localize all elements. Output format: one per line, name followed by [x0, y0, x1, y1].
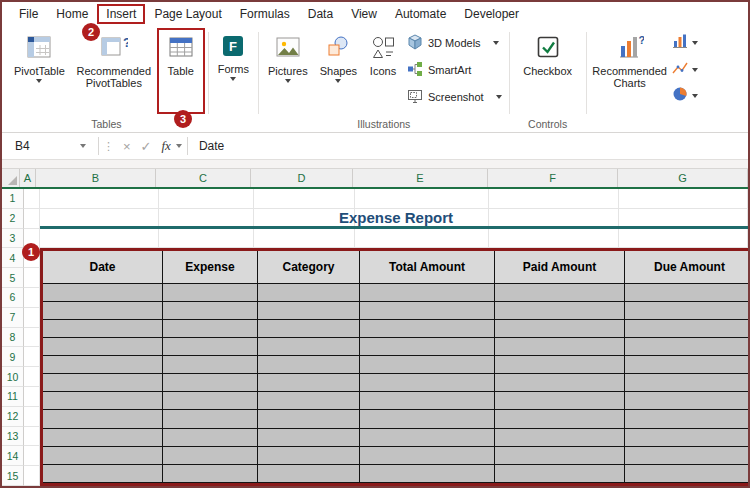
table-cell[interactable] [360, 374, 495, 392]
cell[interactable] [40, 189, 159, 209]
row-header-6[interactable]: 6 [2, 288, 24, 308]
table-cell[interactable] [625, 302, 748, 320]
tab-data[interactable]: Data [299, 4, 342, 24]
table-cell[interactable] [625, 338, 748, 356]
column-header-g[interactable]: G [618, 169, 748, 187]
row-header-3[interactable]: 3 [2, 229, 24, 249]
cell[interactable] [24, 328, 40, 348]
tab-page-layout[interactable]: Page Layout [145, 4, 230, 24]
table-cell[interactable] [360, 465, 495, 483]
table-button[interactable]: Table [157, 28, 205, 114]
table-cell[interactable] [43, 374, 163, 392]
table-cell[interactable] [495, 356, 625, 374]
cell[interactable] [24, 427, 40, 447]
table-cell[interactable] [625, 410, 748, 428]
table-cell[interactable] [43, 392, 163, 410]
table-cell[interactable] [163, 302, 258, 320]
table-header-cell[interactable]: Category [258, 251, 360, 283]
cell[interactable] [40, 229, 159, 249]
row-header-11[interactable]: 11 [2, 387, 24, 407]
column-header-c[interactable]: C [156, 169, 251, 187]
table-cell[interactable] [360, 302, 495, 320]
insert-line-chart-button[interactable] [672, 60, 698, 80]
cell[interactable] [489, 229, 618, 249]
table-cell[interactable] [43, 284, 163, 302]
table-cell[interactable] [625, 320, 748, 338]
enter-icon[interactable]: ✓ [136, 139, 157, 154]
cell[interactable] [254, 229, 355, 249]
table-cell[interactable] [258, 356, 360, 374]
column-header-a[interactable]: A [20, 169, 36, 187]
table-cell[interactable] [258, 338, 360, 356]
cell[interactable] [24, 189, 40, 209]
table-cell[interactable] [163, 447, 258, 465]
table-cell[interactable] [258, 429, 360, 447]
formula-input[interactable]: Date [188, 139, 224, 153]
row-header-8[interactable]: 8 [2, 328, 24, 348]
table-cell[interactable] [625, 374, 748, 392]
screenshot-button[interactable]: Screenshot [407, 88, 502, 106]
table-cell[interactable] [495, 338, 625, 356]
table-cell[interactable] [625, 356, 748, 374]
table-cell[interactable] [495, 410, 625, 428]
table-cell[interactable] [43, 429, 163, 447]
table-header-cell[interactable]: Expense [163, 251, 258, 283]
column-header-b[interactable]: B [36, 169, 156, 187]
3d-models-button[interactable]: 3D Models [407, 34, 502, 52]
table-cell[interactable] [163, 320, 258, 338]
row-header-12[interactable]: 12 [2, 407, 24, 427]
table-cell[interactable] [258, 320, 360, 338]
table-cell[interactable] [495, 392, 625, 410]
table-cell[interactable] [43, 320, 163, 338]
table-cell[interactable] [163, 338, 258, 356]
column-header-f[interactable]: F [488, 169, 618, 187]
tab-automate[interactable]: Automate [386, 4, 455, 24]
row-header-2[interactable]: 2 [2, 209, 24, 229]
table-header-cell[interactable]: Due Amount [625, 251, 748, 283]
table-cell[interactable] [258, 374, 360, 392]
tab-developer[interactable]: Developer [455, 4, 528, 24]
table-cell[interactable] [43, 447, 163, 465]
cancel-icon[interactable]: × [118, 139, 136, 154]
table-cell[interactable] [360, 356, 495, 374]
recommended-pivottables-button[interactable]: ? Recommended PivotTables [71, 28, 157, 114]
table-cell[interactable] [163, 392, 258, 410]
cell[interactable] [355, 189, 489, 209]
table-cell[interactable] [360, 392, 495, 410]
forms-button[interactable]: F Forms [212, 28, 255, 114]
row-header-7[interactable]: 7 [2, 308, 24, 328]
cell[interactable] [24, 209, 40, 229]
tab-view[interactable]: View [342, 4, 386, 24]
tab-insert[interactable]: Insert [97, 4, 145, 24]
table-cell[interactable] [495, 447, 625, 465]
table-cell[interactable] [360, 320, 495, 338]
table-cell[interactable] [625, 392, 748, 410]
table-header-cell[interactable]: Total Amount [360, 251, 495, 283]
table-cell[interactable] [258, 284, 360, 302]
icons-button[interactable]: Icons [363, 28, 403, 114]
table-cell[interactable] [43, 465, 163, 483]
column-header-d[interactable]: D [251, 169, 353, 187]
table-cell[interactable] [258, 447, 360, 465]
table-cell[interactable] [43, 356, 163, 374]
cell[interactable] [24, 308, 40, 328]
cell[interactable] [159, 229, 253, 249]
table-cell[interactable] [163, 374, 258, 392]
insert-column-chart-button[interactable] [672, 33, 698, 53]
select-all-corner[interactable] [2, 169, 20, 187]
pictures-button[interactable]: Pictures [262, 28, 314, 114]
table-header-cell[interactable]: Date [43, 251, 163, 283]
table-cell[interactable] [625, 447, 748, 465]
table-header-cell[interactable]: Paid Amount [495, 251, 625, 283]
tab-home[interactable]: Home [47, 4, 97, 24]
table-cell[interactable] [43, 410, 163, 428]
row-header-14[interactable]: 14 [2, 446, 24, 466]
table-cell[interactable] [360, 429, 495, 447]
row-header-13[interactable]: 13 [2, 427, 24, 447]
insert-pie-chart-button[interactable] [672, 86, 698, 106]
recommended-charts-button[interactable]: ? Recommended Charts [590, 28, 670, 114]
cell[interactable] [24, 446, 40, 466]
table-cell[interactable] [625, 284, 748, 302]
insert-function-icon[interactable]: fx [157, 138, 175, 154]
table-cell[interactable] [495, 374, 625, 392]
